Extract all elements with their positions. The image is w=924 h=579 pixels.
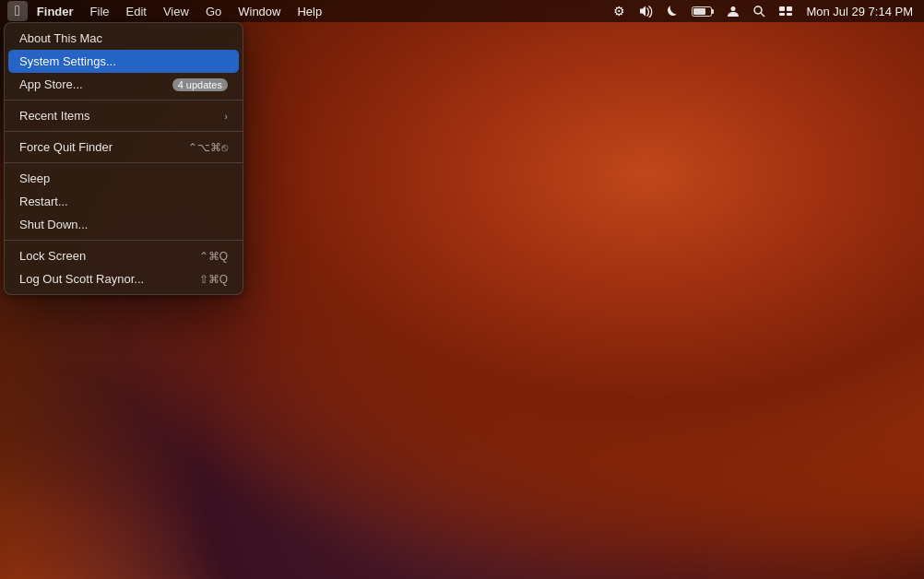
battery-icon[interactable] (688, 5, 717, 18)
log-out-item[interactable]: Log Out Scott Raynor... ⇧⌘Q (5, 267, 243, 290)
svg-point-0 (731, 6, 736, 11)
separator-1 (5, 100, 243, 100)
separator-4 (5, 240, 243, 241)
sound-icon[interactable] (634, 3, 657, 19)
submenu-chevron: › (224, 111, 228, 122)
menubar:  Finder File Edit View Go Window Help ⚙ (0, 0, 924, 22)
app-store-item[interactable]: App Store... 4 updates (5, 73, 243, 96)
sleep-item[interactable]: Sleep (5, 167, 243, 190)
control-center-icon[interactable] (775, 3, 797, 19)
menubar-view[interactable]: View (156, 3, 196, 20)
menubar-window[interactable]: Window (231, 3, 288, 20)
svg-rect-6 (787, 13, 792, 16)
menubar-help[interactable]: Help (290, 3, 329, 20)
lock-screen-shortcut: ⌃⌘Q (199, 250, 228, 263)
menubar-right: ⚙ (610, 2, 917, 20)
svg-line-2 (761, 13, 764, 17)
moon-icon[interactable] (662, 3, 682, 19)
separator-3 (5, 162, 243, 163)
user-account-icon[interactable] (723, 3, 743, 19)
controls-icon[interactable]: ⚙ (610, 2, 629, 20)
restart-item[interactable]: Restart... (5, 190, 243, 213)
apple-menu-dropdown: About This Mac System Settings... App St… (4, 22, 243, 295)
force-quit-shortcut: ⌃⌥⌘⎋ (188, 141, 228, 154)
search-icon[interactable] (749, 3, 769, 19)
app-store-badge: 4 updates (172, 78, 228, 91)
menubar-edit[interactable]: Edit (119, 3, 154, 20)
menubar-file[interactable]: File (83, 3, 117, 20)
datetime-display[interactable]: Mon Jul 29 7:14 PM (802, 3, 917, 20)
system-settings-item[interactable]: System Settings... (8, 50, 239, 73)
lock-screen-item[interactable]: Lock Screen ⌃⌘Q (5, 244, 243, 267)
svg-rect-3 (779, 6, 785, 11)
menubar-finder[interactable]: Finder (30, 3, 81, 20)
menubar-left:  Finder File Edit View Go Window Help (7, 1, 329, 21)
apple-menu-button[interactable]:  (7, 1, 28, 21)
about-this-mac-item[interactable]: About This Mac (5, 27, 243, 50)
svg-rect-4 (787, 6, 792, 11)
log-out-shortcut: ⇧⌘Q (199, 273, 228, 286)
separator-2 (5, 131, 243, 132)
svg-rect-5 (779, 13, 785, 16)
desktop:  Finder File Edit View Go Window Help ⚙ (0, 0, 924, 579)
svg-point-1 (754, 6, 762, 14)
menubar-go[interactable]: Go (198, 3, 229, 20)
shut-down-item[interactable]: Shut Down... (5, 213, 243, 236)
recent-items-item[interactable]: Recent Items › (5, 104, 243, 127)
force-quit-item[interactable]: Force Quit Finder ⌃⌥⌘⎋ (5, 136, 243, 159)
